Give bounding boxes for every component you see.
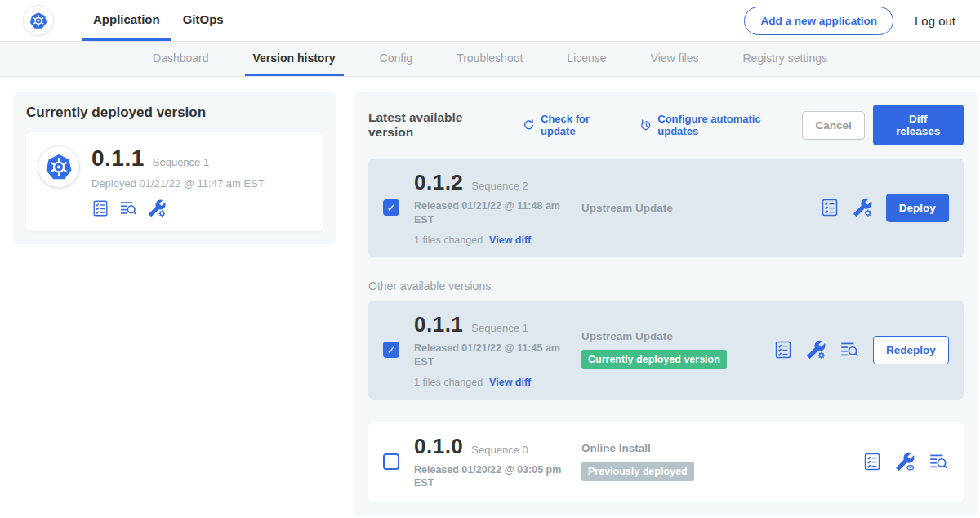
other-available-versions-label: Other available versions xyxy=(368,279,964,292)
tab-dashboard[interactable]: Dashboard xyxy=(145,42,217,76)
view-diff-link[interactable]: View diff xyxy=(489,377,531,388)
diff-releases-button[interactable]: Diff releases xyxy=(873,105,964,145)
wrench-eye-icon[interactable] xyxy=(894,451,915,472)
add-new-application-button[interactable]: Add a new application xyxy=(744,7,893,35)
latest-available-panel: Latest available version Check for updat… xyxy=(354,92,978,516)
sequence-label: Sequence 0 xyxy=(471,444,528,456)
clock-refresh-icon xyxy=(639,118,653,132)
configure-automatic-updates-label: Configure automatic updates xyxy=(657,113,802,137)
tab-application[interactable]: Application xyxy=(82,0,172,41)
checklist-icon[interactable] xyxy=(91,199,109,217)
version-source-label: Online Install xyxy=(581,442,773,454)
currently-deployed-panel: Currently deployed version 0.1.1 Sequenc… xyxy=(13,92,336,244)
version-number: 0.1.2 xyxy=(414,170,463,195)
tab-config[interactable]: Config xyxy=(372,42,421,76)
version-source-label: Upstream Update xyxy=(581,202,773,214)
lines-magnifier-icon[interactable] xyxy=(118,199,138,218)
checklist-icon[interactable] xyxy=(773,340,793,359)
currently-deployed-badge: Currently deployed version xyxy=(581,350,727,369)
app-sub-nav: Dashboard Version history Config Trouble… xyxy=(0,41,980,77)
latest-panel-header: Latest available version Check for updat… xyxy=(368,105,964,145)
deployed-timestamp: Deployed 01/21/22 @ 11:47 am EST xyxy=(91,177,265,190)
check-for-update-label: Check for update xyxy=(541,113,626,137)
version-row-0-1-1: ✓ 0.1.1 Sequence 1 Released 01/21/22 @ 1… xyxy=(368,301,964,400)
files-changed-label: 1 files changed xyxy=(414,377,483,388)
version-row-0-1-2: ✓ 0.1.2 Sequence 2 Released 01/21/22 @ 1… xyxy=(368,159,964,257)
view-diff-link[interactable]: View diff xyxy=(489,234,531,246)
check-for-update-link[interactable]: Check for update xyxy=(522,113,626,137)
checklist-icon[interactable] xyxy=(862,452,882,471)
latest-available-title: Latest available version xyxy=(368,110,509,140)
deployed-version-number: 0.1.1 xyxy=(91,145,145,172)
version-source-label: Upstream Update xyxy=(581,330,773,342)
deployed-sequence-label: Sequence 1 xyxy=(153,156,209,168)
lines-magnifier-icon[interactable] xyxy=(839,339,860,360)
tab-gitops[interactable]: GitOps xyxy=(172,0,235,41)
cancel-button[interactable]: Cancel xyxy=(802,111,864,140)
previously-deployed-badge: Previously deployed xyxy=(581,462,694,481)
version-checkbox[interactable]: ✓ xyxy=(383,199,399,216)
wrench-gear-icon[interactable] xyxy=(805,339,826,360)
version-number: 0.1.0 xyxy=(414,434,463,459)
kubernetes-logo xyxy=(23,5,54,36)
version-checkbox[interactable] xyxy=(383,453,399,470)
wrench-gear-icon[interactable] xyxy=(852,197,873,218)
released-timestamp: Released 01/20/22 @ 03:05 pm EST xyxy=(414,463,577,491)
configure-automatic-updates-link[interactable]: Configure automatic updates xyxy=(639,113,803,137)
deployed-version-card: 0.1.1 Sequence 1 Deployed 01/21/22 @ 11:… xyxy=(26,132,323,231)
files-changed-label: 1 files changed xyxy=(414,234,483,246)
version-row-0-1-0: 0.1.0 Sequence 0 Released 01/20/22 @ 03:… xyxy=(368,422,964,502)
tab-registry-settings[interactable]: Registry settings xyxy=(735,42,835,76)
deploy-button[interactable]: Deploy xyxy=(886,194,949,222)
wrench-gear-icon[interactable] xyxy=(147,199,167,218)
tab-troubleshoot[interactable]: Troubleshoot xyxy=(448,42,531,76)
logout-link[interactable]: Log out xyxy=(915,14,956,28)
version-number: 0.1.1 xyxy=(414,312,463,337)
redeploy-button[interactable]: Redeploy xyxy=(873,336,949,364)
sequence-label: Sequence 2 xyxy=(471,180,528,192)
currently-deployed-title: Currently deployed version xyxy=(26,105,323,121)
refresh-icon xyxy=(522,118,536,132)
sequence-label: Sequence 1 xyxy=(471,322,528,334)
released-timestamp: Released 01/21/22 @ 11:45 am EST xyxy=(414,342,577,369)
released-timestamp: Released 01/21/22 @ 11:48 am EST xyxy=(414,199,577,227)
main-content: Currently deployed version 0.1.1 Sequenc… xyxy=(0,77,980,518)
checklist-icon[interactable] xyxy=(820,198,840,217)
tab-view-files[interactable]: View files xyxy=(643,42,707,76)
tab-license[interactable]: License xyxy=(559,42,614,76)
tab-version-history[interactable]: Version history xyxy=(245,42,344,76)
lines-magnifier-icon[interactable] xyxy=(928,451,949,472)
top-nav-bar: Application GitOps Add a new application… xyxy=(0,0,980,41)
version-checkbox[interactable]: ✓ xyxy=(383,342,399,358)
kubernetes-app-icon xyxy=(38,145,80,188)
